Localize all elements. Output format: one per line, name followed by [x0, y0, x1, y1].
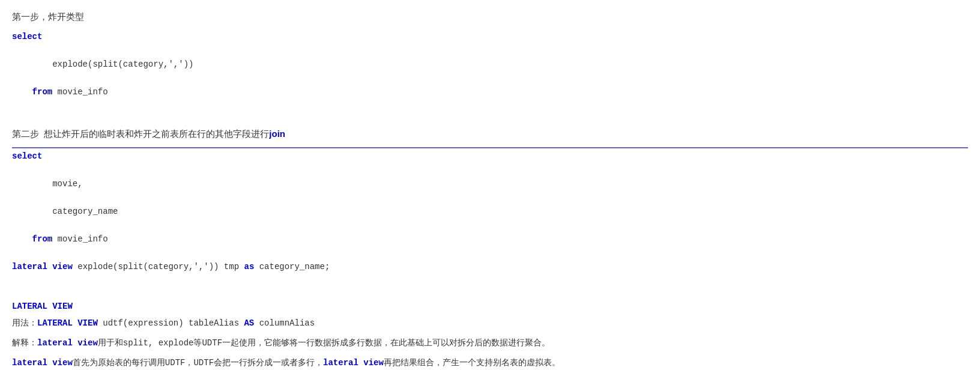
- section2-highlight-bar: [12, 147, 968, 148]
- usage-line: 用法：LATERAL VIEW udtf(expression) tableAl…: [12, 316, 968, 331]
- explain-line: 解释：lateral view用于和split, explode等UDTF一起使…: [12, 336, 968, 351]
- lateral-view-heading: LATERAL VIEW: [12, 302, 968, 311]
- section1-title: 第一步，炸开类型: [12, 10, 968, 24]
- section1: 第一步，炸开类型 select explode(split(category,'…: [12, 10, 968, 114]
- section3: LATERAL VIEW 用法：LATERAL VIEW udtf(expres…: [12, 302, 968, 371]
- section2-code: select movie, category_name from movie_i…: [12, 150, 968, 288]
- lateral-detail-line: lateral view首先为原始表的每行调用UDTF，UDTF会把一行拆分成一…: [12, 356, 968, 370]
- section1-code: select explode(split(category,',')) from…: [12, 30, 968, 114]
- section2: 第二步 想让炸开后的临时表和炸开之前表所在行的其他字段进行join select…: [12, 127, 968, 288]
- page-container: 第一步，炸开类型 select explode(split(category,'…: [12, 10, 968, 370]
- section2-title: 第二步 想让炸开后的临时表和炸开之前表所在行的其他字段进行join: [12, 127, 968, 141]
